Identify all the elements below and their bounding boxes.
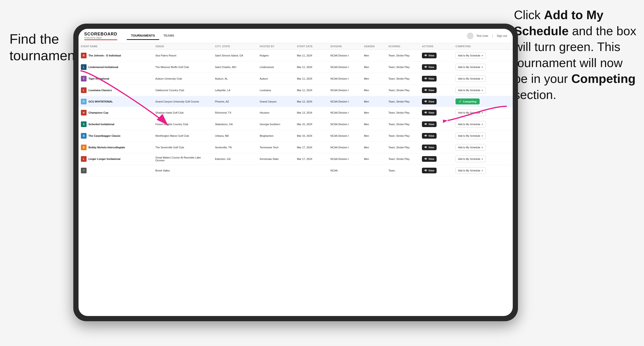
competing-cell: Add to My Schedule + [453,130,513,142]
view-button[interactable]: 👁 View [422,121,436,127]
event-cell: B The Carpetbagger Classic [81,133,151,139]
team-logo: L [81,156,86,162]
city-cell: Saint Charles, MO [212,61,257,73]
division-cell: NCAA Division I [328,96,362,107]
gender-cell: Men [362,107,386,119]
add-to-schedule-button[interactable]: Add to My Schedule + [456,64,486,70]
venue-cell: Great Waters Course At Reynolds Lake Oco… [153,153,212,165]
view-button[interactable]: 👁 View [422,99,436,104]
date-cell: Mar 12, 2024 [294,96,328,107]
add-to-schedule-button[interactable]: Add to My Schedule + [456,156,486,162]
city-cell: Urbana, MD [212,130,257,142]
col-header-division: DIVISION [328,43,362,50]
gender-cell: Men [362,96,386,107]
competing-cell: Add to My Schedule + [453,85,513,96]
view-button[interactable]: 👁 View [422,64,436,70]
add-to-schedule-button[interactable]: Add to My Schedule + [456,52,486,59]
tab-teams[interactable]: TEAMS [159,32,178,40]
col-header-actions: ACTIONS [420,43,453,50]
gender-cell: Men [362,119,386,130]
scoring-cell: Team, Stroke Play [386,85,420,96]
date-cell: Mar 15, 2024 [294,119,328,130]
actions-cell: 👁 View [420,50,453,61]
venue-cell: Worthington Manor Golf Club [153,130,212,142]
city-cell: Statesboro, GA [212,119,257,130]
team-logo: B [81,133,86,139]
col-header-venue: VENUE [153,43,212,50]
col-header-gender: GENDER [362,43,386,50]
date-cell: Mar 11, 2024 [294,61,328,73]
event-name: The Johnnie - O Individual [88,54,121,57]
scoring-cell: Team, Stroke Play [386,153,420,165]
plus-icon: + [481,169,483,173]
hosted-cell: Louisiana [257,85,294,96]
city-cell [212,165,257,176]
division-cell: NCAA Division I [328,50,362,61]
gender-cell: Men [362,50,386,61]
date-cell: Mar 17, 2024 [294,153,328,165]
user-avatar [467,33,474,39]
scoring-cell: Team, Stroke Play [386,107,420,119]
annotation-left: Find thetournament. [10,31,83,63]
gender-cell: Men [362,153,386,165]
add-to-schedule-button[interactable]: Add to My Schedule + [456,144,486,151]
plus-icon: + [481,157,483,161]
scoring-cell: Team, Stroke Play [386,73,420,85]
annotation-right: Click Add to My Schedule and the box wil… [514,7,637,103]
competing-cell: Add to My Schedule + [453,153,513,165]
actions-cell: 👁 View [420,165,453,176]
plus-icon: + [481,134,483,138]
view-button[interactable]: 👁 View [422,53,436,58]
eye-icon: 👁 [424,65,427,69]
division-cell: NCAA Division I [328,153,362,165]
add-to-schedule-button[interactable]: Add to My Schedule + [456,133,486,139]
view-button[interactable]: 👁 View [422,168,436,173]
add-to-schedule-button[interactable]: Add to My Schedule + [456,87,486,94]
view-button[interactable]: 👁 View [422,145,436,150]
header-right: Test User | Sign out [467,33,507,39]
division-cell: NCAA [328,165,362,176]
add-to-schedule-button[interactable]: Add to My Schedule + [456,75,486,82]
eye-icon: 👁 [424,111,427,114]
scoring-cell: Team, Stroke Play [386,61,420,73]
gender-cell [362,165,386,176]
scoring-cell: Team, Stroke Play [386,130,420,142]
eye-icon: 👁 [424,89,427,92]
hosted-cell: Grand Canyon [257,96,294,107]
event-name: The Carpetbagger Classic [88,134,120,137]
view-button[interactable]: 👁 View [422,87,436,93]
col-header-event: EVENT NAME [78,43,153,50]
eye-icon: 👁 [424,54,427,57]
event-cell: B Bobby Nichols Intercollegiate [81,145,151,150]
division-cell: NCAA Division I [328,61,362,73]
event-cell: R The Johnnie - O Individual [81,53,151,58]
venue-cell: Sea Palms Resort [153,50,212,61]
date-cell: Mar 17, 2024 [294,142,328,153]
gender-cell: Men [362,130,386,142]
view-button[interactable]: 👁 View [422,156,436,162]
plus-icon: + [481,146,483,149]
city-cell: Phoenix, AZ [212,96,257,107]
app-header: SCOREBOARD Powered by clippd TOURNAMENTS… [78,29,513,43]
arrow-left [68,64,170,130]
col-header-competing: COMPETING [453,43,513,50]
view-button[interactable]: 👁 View [422,76,436,81]
scoring-cell: Team, Stroke Play [386,119,420,130]
team-logo: ? [81,168,86,173]
plus-icon: + [481,77,483,81]
plus-icon: + [481,88,483,92]
hosted-cell: Tennessee Tech [257,142,294,153]
city-cell: Sevierville, TN [212,142,257,153]
gender-cell: Men [362,61,386,73]
eye-icon: 👁 [424,146,427,149]
hosted-cell: Houston [257,107,294,119]
tab-tournaments[interactable]: TOURNAMENTS [127,32,159,40]
sign-out-link[interactable]: Sign out [497,34,507,37]
add-to-schedule-button[interactable]: Add to My Schedule + [456,167,486,174]
arrow-right [443,99,509,128]
view-button[interactable]: 👁 View [422,133,436,139]
competing-cell: Add to My Schedule + [453,165,513,176]
view-button[interactable]: 👁 View [422,110,436,116]
logo-subtitle: Powered by clippd [84,37,117,39]
hosted-cell: Binghamton [257,130,294,142]
